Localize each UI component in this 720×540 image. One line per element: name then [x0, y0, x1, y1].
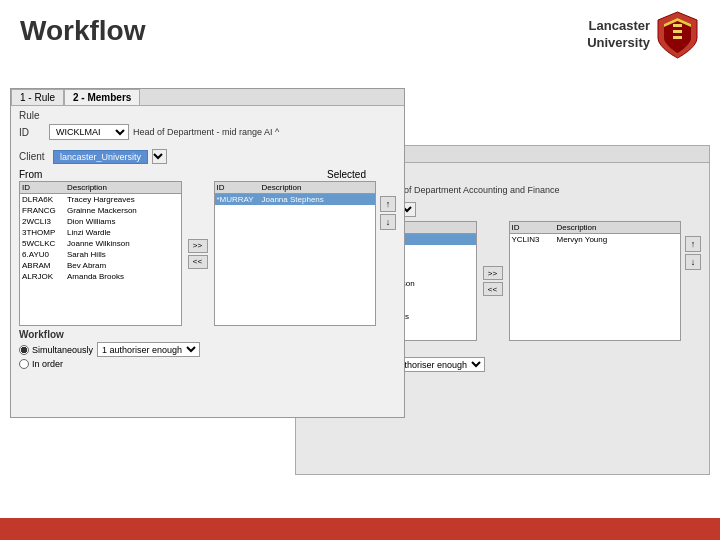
selected-label: Selected — [327, 169, 366, 180]
svg-rect-0 — [673, 24, 682, 27]
back-move-down-button[interactable]: ↓ — [685, 254, 701, 270]
front-client-value: lancaster_University — [53, 150, 148, 164]
back-move-up-button[interactable]: ↑ — [685, 236, 701, 252]
list-item[interactable]: *MURRAY Joanna Stephens — [215, 194, 376, 205]
front-radio-inorder-label: In order — [32, 359, 63, 369]
list-item[interactable]: 5WCLKC Joanne Wilkinson — [20, 238, 181, 249]
svg-rect-1 — [673, 30, 682, 33]
front-move-right-button[interactable]: >> — [188, 239, 208, 253]
back-move-right-button[interactable]: >> — [483, 266, 503, 280]
front-workflow-label: Workflow — [19, 329, 396, 340]
from-label: From — [19, 169, 42, 180]
logo-line1: Lancaster — [587, 18, 650, 35]
red-bottom-bar — [0, 518, 720, 540]
back-arrow-buttons: >> << — [481, 221, 505, 341]
back-selected-list: ID Description YCLIN3 Mervyn Young — [509, 221, 682, 341]
rule-label: Rule — [19, 110, 49, 121]
front-selected-header: ID Description — [214, 181, 377, 194]
list-item[interactable]: ABRAM Bev Abram — [20, 260, 181, 271]
front-selected-body: *MURRAY Joanna Stephens — [214, 194, 377, 326]
list-item[interactable]: 2WCLI3 Dion Williams — [20, 216, 181, 227]
list-item[interactable]: ALRJOK Amanda Brooks — [20, 271, 181, 282]
front-tab-bar: 1 - Rule 2 - Members — [11, 89, 404, 106]
front-client-select[interactable] — [152, 149, 167, 164]
back-updown-buttons: ↑ ↓ — [685, 221, 701, 341]
hod-text: Head of Department Accounting and Financ… — [380, 185, 560, 195]
rule-section: Rule ID WICKLMAI Head of Department - mi… — [11, 106, 404, 147]
front-dual-list: ID Description DLRA6K Tracey Hargreaves … — [11, 181, 404, 326]
list-item[interactable]: 6.AYU0 Sarah Hills — [20, 249, 181, 260]
front-client-row: Client lancaster_University — [11, 147, 404, 166]
front-tab-members[interactable]: 2 - Members — [64, 89, 140, 105]
back-move-left-button[interactable]: << — [483, 282, 503, 296]
front-radio-simultaneously-icon[interactable] — [19, 345, 29, 355]
list-item[interactable]: 3THOMP Linzi Wardle — [20, 227, 181, 238]
list-item[interactable]: FRANCG Grainne Mackerson — [20, 205, 181, 216]
id-row: ID WICKLMAI Head of Department - mid ran… — [19, 124, 396, 140]
front-panel: 1 - Rule 2 - Members Rule ID WICKLMAI He… — [10, 88, 405, 418]
page-title: Workflow — [20, 15, 145, 47]
rule-desc: Head of Department - mid range AI ^ — [133, 127, 279, 137]
front-arrow-buttons: >> << — [186, 181, 210, 326]
front-from-list: ID Description DLRA6K Tracey Hargreaves … — [19, 181, 182, 326]
back-selected-body: YCLIN3 Mervyn Young — [509, 234, 682, 341]
front-move-down-button[interactable]: ↓ — [380, 214, 396, 230]
front-radio-inorder: In order — [19, 359, 396, 369]
front-selected-list: ID Description *MURRAY Joanna Stephens — [214, 181, 377, 326]
id-label: ID — [19, 127, 49, 138]
front-updown-buttons: ↑ ↓ — [380, 181, 396, 326]
logo-area: Lancaster University — [587, 10, 700, 60]
list-item[interactable]: DLRA6K Tracey Hargreaves — [20, 194, 181, 205]
logo-line2: University — [587, 35, 650, 52]
front-client-label: Client — [19, 151, 49, 162]
front-move-up-button[interactable]: ↑ — [380, 196, 396, 212]
front-move-left-button[interactable]: << — [188, 255, 208, 269]
header: Workflow Lancaster University — [0, 0, 720, 65]
front-tab-rule[interactable]: 1 - Rule — [11, 89, 64, 105]
front-radio-inorder-icon[interactable] — [19, 359, 29, 369]
back-selected-header: ID Description — [509, 221, 682, 234]
university-name: Lancaster University — [587, 18, 650, 52]
svg-rect-2 — [673, 36, 682, 39]
front-radio-simultaneously-label: Simultaneously — [32, 345, 93, 355]
rule-row: Rule — [19, 110, 396, 121]
front-from-header: ID Description — [19, 181, 182, 194]
front-radio-simultaneously: Simultaneously 1 authoriser enough — [19, 342, 396, 357]
front-authoriser-select[interactable]: 1 authoriser enough — [97, 342, 200, 357]
front-workflow-section: Workflow Simultaneously 1 authoriser eno… — [11, 326, 404, 374]
university-shield-icon — [655, 10, 700, 60]
rule-id-select[interactable]: WICKLMAI — [49, 124, 129, 140]
front-from-body: DLRA6K Tracey Hargreaves FRANCG Grainne … — [19, 194, 182, 326]
list-item[interactable]: YCLIN3 Mervyn Young — [510, 234, 681, 245]
